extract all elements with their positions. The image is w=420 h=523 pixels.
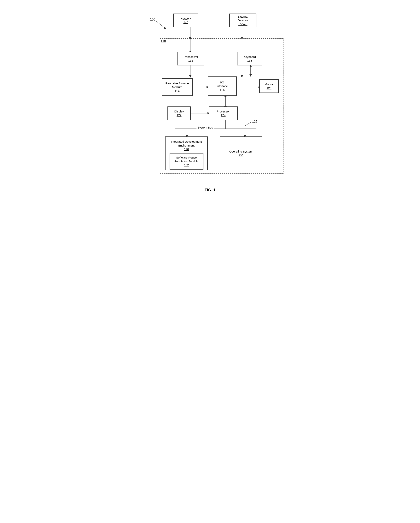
diagram-area: 100 Network 140 External Devices 150a-n …: [136, 10, 284, 184]
keyboard-label: Keyboard: [244, 55, 256, 59]
ide-label2: Environment: [178, 144, 195, 147]
mouse-label: Mouse: [265, 82, 273, 86]
box-sram: Software Reuse Annotation Module 132: [170, 153, 203, 170]
box-readable-storage: Readable Storage Medium 114: [162, 78, 193, 96]
box-processor: Processor 124: [209, 106, 238, 120]
display-label: Display: [174, 110, 184, 114]
external-devices-label2: Devices: [238, 18, 248, 22]
readable-storage-label: Readable Storage: [166, 82, 189, 85]
os-label: Operating System: [229, 150, 253, 154]
processor-label: Processor: [217, 110, 230, 114]
os-ref: 130: [238, 154, 243, 157]
page-container: 100 Network 140 External Devices 150a-n …: [133, 4, 287, 200]
box-io-interface: I/O Interface 116: [208, 76, 237, 96]
sram-label2: Annotation Module: [174, 159, 198, 163]
network-label: Network: [180, 17, 191, 21]
svg-line-6: [156, 21, 165, 28]
transceiver-ref: 112: [188, 59, 193, 63]
figure-caption: FIG. 1: [136, 188, 284, 192]
io-label2: Interface: [217, 84, 228, 88]
transceiver-label: Transceiver: [183, 55, 198, 59]
readable-storage-label2: Medium: [172, 85, 182, 89]
processor-ref: 124: [221, 113, 225, 117]
label-100: 100: [150, 18, 155, 21]
ide-label: Integrated Development: [171, 140, 202, 144]
system-bus-label: System Bus: [197, 126, 214, 129]
box-os: Operating System 130: [220, 137, 262, 170]
keyboard-ref: 118: [247, 59, 252, 63]
box-external-devices: External Devices 150a-n: [229, 14, 256, 27]
mouse-ref: 120: [266, 86, 271, 90]
external-devices-label: External: [238, 15, 248, 19]
readable-storage-ref: 114: [174, 89, 179, 93]
sram-ref: 132: [184, 163, 189, 167]
box-ide: Integrated Development Environment 128 S…: [165, 137, 208, 170]
sram-label: Software Reuse: [176, 156, 197, 159]
box-transceiver: Transceiver 112: [177, 52, 204, 65]
box-mouse: Mouse 120: [259, 79, 279, 93]
ide-ref: 128: [184, 147, 189, 151]
label-110: 110: [161, 40, 166, 43]
box-keyboard: Keyboard 118: [237, 52, 262, 65]
io-ref: 116: [220, 88, 224, 92]
network-ref: 140: [183, 20, 188, 24]
box-display: Display 122: [167, 106, 191, 120]
label-126: 126: [252, 120, 257, 123]
display-ref: 122: [176, 113, 181, 117]
io-label: I/O: [220, 81, 224, 84]
box-network: Network 140: [173, 14, 198, 27]
external-devices-ref: 150a-n: [238, 22, 247, 26]
